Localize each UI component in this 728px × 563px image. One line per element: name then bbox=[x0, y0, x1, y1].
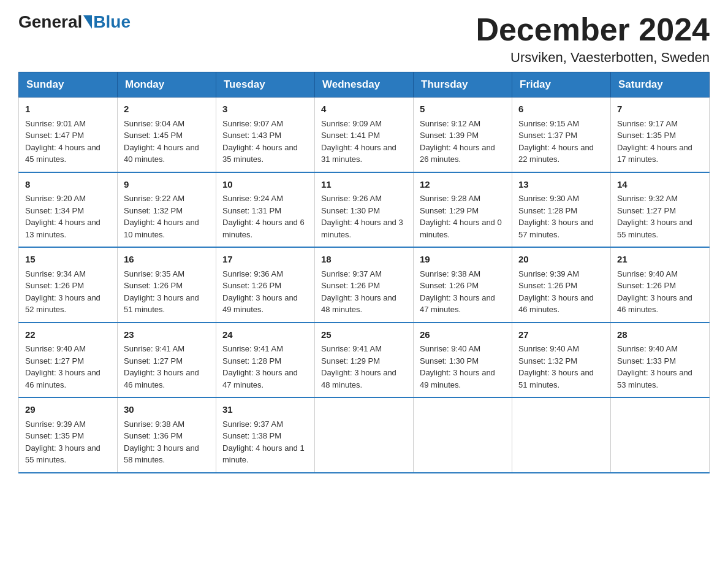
day-number: 20 bbox=[518, 253, 604, 267]
day-info: Sunrise: 9:20 AMSunset: 1:34 PMDaylight:… bbox=[25, 193, 111, 240]
day-info: Sunrise: 9:34 AMSunset: 1:26 PMDaylight:… bbox=[25, 268, 111, 316]
day-number: 19 bbox=[420, 253, 506, 267]
day-info: Sunrise: 9:38 AMSunset: 1:36 PMDaylight:… bbox=[124, 418, 210, 466]
calendar-header-tuesday: Tuesday bbox=[216, 72, 315, 98]
day-number: 26 bbox=[420, 328, 506, 342]
day-info: Sunrise: 9:41 AMSunset: 1:28 PMDaylight:… bbox=[222, 343, 308, 391]
day-number: 31 bbox=[222, 403, 308, 417]
day-info: Sunrise: 9:01 AMSunset: 1:47 PMDaylight:… bbox=[25, 118, 111, 166]
day-number: 5 bbox=[420, 102, 506, 117]
calendar-cell: 23Sunrise: 9:41 AMSunset: 1:27 PMDayligh… bbox=[118, 323, 216, 398]
calendar-cell: 13Sunrise: 9:30 AMSunset: 1:28 PMDayligh… bbox=[512, 172, 611, 248]
calendar-cell: 22Sunrise: 9:40 AMSunset: 1:27 PMDayligh… bbox=[19, 323, 118, 398]
calendar-cell: 16Sunrise: 9:35 AMSunset: 1:26 PMDayligh… bbox=[118, 247, 216, 323]
day-info: Sunrise: 9:40 AMSunset: 1:26 PMDaylight:… bbox=[617, 268, 703, 316]
logo-triangle-icon bbox=[83, 15, 92, 29]
day-number: 8 bbox=[25, 178, 111, 192]
calendar-cell: 17Sunrise: 9:36 AMSunset: 1:26 PMDayligh… bbox=[216, 247, 315, 323]
day-number: 23 bbox=[124, 328, 210, 342]
calendar-row: 22Sunrise: 9:40 AMSunset: 1:27 PMDayligh… bbox=[19, 323, 710, 398]
day-info: Sunrise: 9:24 AMSunset: 1:31 PMDaylight:… bbox=[222, 193, 308, 240]
calendar-cell bbox=[512, 397, 611, 473]
calendar-header-friday: Friday bbox=[512, 72, 611, 98]
day-info: Sunrise: 9:09 AMSunset: 1:41 PMDaylight:… bbox=[321, 118, 407, 166]
calendar-cell: 1Sunrise: 9:01 AMSunset: 1:47 PMDaylight… bbox=[19, 98, 118, 172]
calendar-cell: 12Sunrise: 9:28 AMSunset: 1:29 PMDayligh… bbox=[414, 172, 512, 248]
day-info: Sunrise: 9:26 AMSunset: 1:30 PMDaylight:… bbox=[321, 193, 407, 240]
day-info: Sunrise: 9:04 AMSunset: 1:45 PMDaylight:… bbox=[124, 118, 210, 166]
day-info: Sunrise: 9:39 AMSunset: 1:35 PMDaylight:… bbox=[25, 418, 111, 466]
calendar-cell: 21Sunrise: 9:40 AMSunset: 1:26 PMDayligh… bbox=[611, 247, 710, 323]
calendar-header-saturday: Saturday bbox=[611, 72, 710, 98]
calendar-cell: 27Sunrise: 9:40 AMSunset: 1:32 PMDayligh… bbox=[512, 323, 611, 398]
day-number: 25 bbox=[321, 328, 407, 342]
title-block: December 2024 Ursviken, Vaesterbotten, S… bbox=[476, 12, 710, 66]
page-header: General Blue December 2024 Ursviken, Vae… bbox=[18, 12, 710, 66]
day-number: 14 bbox=[617, 178, 703, 192]
calendar-header-sunday: Sunday bbox=[19, 72, 118, 98]
day-info: Sunrise: 9:32 AMSunset: 1:27 PMDaylight:… bbox=[617, 193, 703, 240]
day-info: Sunrise: 9:30 AMSunset: 1:28 PMDaylight:… bbox=[518, 193, 604, 240]
calendar-cell: 11Sunrise: 9:26 AMSunset: 1:30 PMDayligh… bbox=[315, 172, 414, 248]
calendar-header-row: SundayMondayTuesdayWednesdayThursdayFrid… bbox=[19, 72, 710, 98]
day-number: 17 bbox=[222, 253, 308, 267]
day-info: Sunrise: 9:40 AMSunset: 1:30 PMDaylight:… bbox=[420, 343, 506, 391]
day-info: Sunrise: 9:41 AMSunset: 1:27 PMDaylight:… bbox=[124, 343, 210, 391]
logo-general-text: General bbox=[18, 12, 82, 32]
day-info: Sunrise: 9:35 AMSunset: 1:26 PMDaylight:… bbox=[124, 268, 210, 316]
calendar-cell: 30Sunrise: 9:38 AMSunset: 1:36 PMDayligh… bbox=[118, 397, 216, 473]
calendar-cell: 4Sunrise: 9:09 AMSunset: 1:41 PMDaylight… bbox=[315, 98, 414, 172]
day-number: 21 bbox=[617, 253, 703, 267]
day-info: Sunrise: 9:40 AMSunset: 1:32 PMDaylight:… bbox=[518, 343, 604, 391]
calendar-cell: 5Sunrise: 9:12 AMSunset: 1:39 PMDaylight… bbox=[414, 98, 512, 172]
calendar-cell: 18Sunrise: 9:37 AMSunset: 1:26 PMDayligh… bbox=[315, 247, 414, 323]
calendar-cell: 28Sunrise: 9:40 AMSunset: 1:33 PMDayligh… bbox=[611, 323, 710, 398]
day-info: Sunrise: 9:17 AMSunset: 1:35 PMDaylight:… bbox=[617, 118, 703, 166]
calendar-cell: 10Sunrise: 9:24 AMSunset: 1:31 PMDayligh… bbox=[216, 172, 315, 248]
calendar-cell: 20Sunrise: 9:39 AMSunset: 1:26 PMDayligh… bbox=[512, 247, 611, 323]
day-info: Sunrise: 9:28 AMSunset: 1:29 PMDaylight:… bbox=[420, 193, 506, 240]
calendar-row: 29Sunrise: 9:39 AMSunset: 1:35 PMDayligh… bbox=[19, 397, 710, 473]
day-info: Sunrise: 9:41 AMSunset: 1:29 PMDaylight:… bbox=[321, 343, 407, 391]
calendar-row: 8Sunrise: 9:20 AMSunset: 1:34 PMDaylight… bbox=[19, 172, 710, 248]
page-title: December 2024 bbox=[476, 12, 710, 47]
calendar-cell: 8Sunrise: 9:20 AMSunset: 1:34 PMDaylight… bbox=[19, 172, 118, 248]
day-info: Sunrise: 9:36 AMSunset: 1:26 PMDaylight:… bbox=[222, 268, 308, 316]
calendar-cell: 19Sunrise: 9:38 AMSunset: 1:26 PMDayligh… bbox=[414, 247, 512, 323]
day-number: 6 bbox=[518, 102, 604, 117]
logo-blue-text: Blue bbox=[93, 12, 131, 32]
day-number: 27 bbox=[518, 328, 604, 342]
logo: General Blue bbox=[18, 12, 131, 32]
day-number: 16 bbox=[124, 253, 210, 267]
calendar-cell: 7Sunrise: 9:17 AMSunset: 1:35 PMDaylight… bbox=[611, 98, 710, 172]
day-number: 22 bbox=[25, 328, 111, 342]
day-info: Sunrise: 9:37 AMSunset: 1:26 PMDaylight:… bbox=[321, 268, 407, 316]
day-info: Sunrise: 9:37 AMSunset: 1:38 PMDaylight:… bbox=[222, 418, 308, 466]
day-number: 3 bbox=[222, 102, 308, 117]
day-number: 15 bbox=[25, 253, 111, 267]
day-number: 30 bbox=[124, 403, 210, 417]
calendar-cell: 24Sunrise: 9:41 AMSunset: 1:28 PMDayligh… bbox=[216, 323, 315, 398]
calendar-cell: 6Sunrise: 9:15 AMSunset: 1:37 PMDaylight… bbox=[512, 98, 611, 172]
calendar-table: SundayMondayTuesdayWednesdayThursdayFrid… bbox=[18, 72, 710, 473]
calendar-cell bbox=[414, 397, 512, 473]
calendar-cell: 15Sunrise: 9:34 AMSunset: 1:26 PMDayligh… bbox=[19, 247, 118, 323]
day-number: 4 bbox=[321, 102, 407, 117]
page-subtitle: Ursviken, Vaesterbotten, Sweden bbox=[476, 50, 710, 66]
calendar-cell bbox=[315, 397, 414, 473]
calendar-cell: 25Sunrise: 9:41 AMSunset: 1:29 PMDayligh… bbox=[315, 323, 414, 398]
day-number: 28 bbox=[617, 328, 703, 342]
calendar-cell bbox=[611, 397, 710, 473]
calendar-cell: 26Sunrise: 9:40 AMSunset: 1:30 PMDayligh… bbox=[414, 323, 512, 398]
day-number: 29 bbox=[25, 403, 111, 417]
calendar-row: 15Sunrise: 9:34 AMSunset: 1:26 PMDayligh… bbox=[19, 247, 710, 323]
calendar-cell: 2Sunrise: 9:04 AMSunset: 1:45 PMDaylight… bbox=[118, 98, 216, 172]
calendar-header-wednesday: Wednesday bbox=[315, 72, 414, 98]
day-number: 11 bbox=[321, 178, 407, 192]
day-number: 24 bbox=[222, 328, 308, 342]
day-number: 18 bbox=[321, 253, 407, 267]
day-number: 13 bbox=[518, 178, 604, 192]
day-number: 10 bbox=[222, 178, 308, 192]
calendar-body: 1Sunrise: 9:01 AMSunset: 1:47 PMDaylight… bbox=[19, 98, 710, 473]
calendar-cell: 31Sunrise: 9:37 AMSunset: 1:38 PMDayligh… bbox=[216, 397, 315, 473]
